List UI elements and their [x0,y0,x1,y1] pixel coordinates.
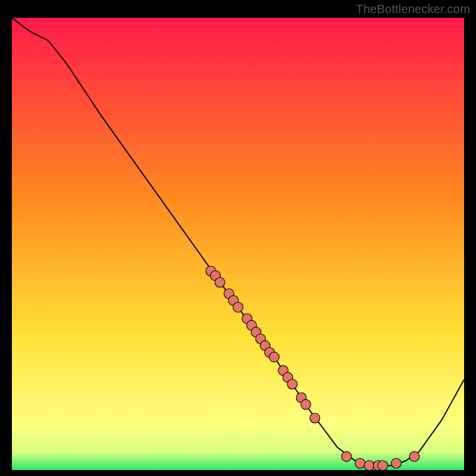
chart-svg [12,18,464,470]
highlight-point [215,277,225,287]
chart-page: TheBottlenecker.com [0,0,476,476]
attribution-label: TheBottlenecker.com [356,2,470,16]
highlight-point [378,461,388,470]
highlight-point [409,452,419,462]
highlight-point [355,458,365,468]
highlight-point [301,399,311,409]
gradient-background [12,18,464,470]
bottleneck-chart [12,18,464,470]
highlight-point [269,352,279,362]
highlight-point [364,461,374,470]
highlight-point [392,458,402,468]
highlight-point [287,379,298,389]
highlight-point [310,413,320,423]
highlight-point [342,452,352,462]
highlight-point [233,302,243,312]
